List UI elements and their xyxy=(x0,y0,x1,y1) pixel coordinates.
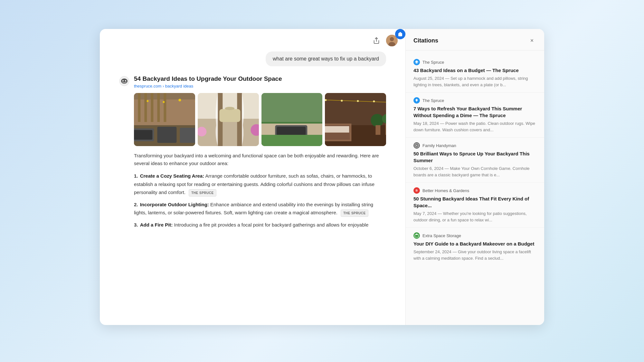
citation-5-source-icon xyxy=(413,232,420,239)
citations-title: Citations xyxy=(413,37,438,44)
svg-rect-19 xyxy=(157,127,176,143)
citation-2-source-name: The Spruce xyxy=(422,98,444,103)
citation-3-headline[interactable]: 50 Brilliant Ways to Spruce Up Your Back… xyxy=(413,150,536,164)
citation-item-1: The Spruce 43 Backyard Ideas on a Budget… xyxy=(406,54,544,93)
svg-rect-12 xyxy=(138,93,140,122)
list-item-1: 1. Create a Cozy Seating Area: Arrange c… xyxy=(134,172,386,197)
response-body: 54 Backyard Ideas to Upgrade Your Outdoo… xyxy=(134,75,386,233)
citations-panel: Citations × The Spruce 43 Backyard Ideas… xyxy=(406,29,544,325)
svg-rect-27 xyxy=(198,119,259,146)
citation-4-source-name: Better Homes & Gardens xyxy=(422,188,469,193)
backyard-image-3 xyxy=(261,93,323,146)
breadcrumb-site-link[interactable]: thespruce.com xyxy=(134,84,161,88)
result-title: 54 Backyard Ideas to Upgrade Your Outdoo… xyxy=(134,75,282,82)
citation-3-source: Family Handyman xyxy=(413,142,536,149)
ai-icon xyxy=(119,76,129,86)
citation-1-headline[interactable]: 43 Backyard Ideas on a Budget — The Spru… xyxy=(413,67,536,74)
citations-list: The Spruce 43 Backyard Ideas on a Budget… xyxy=(406,51,544,325)
citation-item-2: The Spruce 7 Ways to Refresh Your Backya… xyxy=(406,93,544,138)
list-item-2: 2. Incorporate Outdoor Lighting: Enhance… xyxy=(134,200,386,217)
citation-5-headline[interactable]: Your DIY Guide to a Backyard Makeover on… xyxy=(413,240,536,247)
citation-3-source-name: Family Handyman xyxy=(422,143,456,148)
list-item-2-source-tag[interactable]: THE SPRUCE xyxy=(341,209,368,217)
citation-item-5: Extra Space Storage Your DIY Guide to a … xyxy=(406,228,544,266)
citation-3-date: October 6, 2024 xyxy=(413,166,443,171)
svg-rect-20 xyxy=(180,128,195,143)
user-message-text: what are some great ways to fix up a bac… xyxy=(273,56,379,61)
backyard-images-row xyxy=(134,93,386,146)
citation-4-headline[interactable]: 50 Stunning Backyard Ideas That Fit Ever… xyxy=(413,195,536,209)
svg-rect-57 xyxy=(415,235,419,237)
list-item-3-body: Introducing a fire pit provides a focal … xyxy=(174,222,369,227)
citation-4-snippet: May 7, 2024 — Whether you're looking for… xyxy=(413,210,536,223)
backyard-image-4 xyxy=(325,93,386,146)
citation-2-source: The Spruce xyxy=(413,97,536,104)
svg-point-31 xyxy=(225,107,234,110)
citation-3-source-icon xyxy=(413,142,420,149)
svg-point-47 xyxy=(341,100,343,102)
citation-2-headline[interactable]: 7 Ways to Refresh Your Backyard This Sum… xyxy=(413,105,536,119)
citation-2-snippet: May 18, 2024 — Power wash the patio. Cle… xyxy=(413,120,536,133)
citation-4-date: May 7, 2024 xyxy=(413,211,437,216)
list-item-2-title: Incorporate Outdoor Lighting: xyxy=(140,202,209,207)
svg-rect-54 xyxy=(385,124,386,135)
citation-4-source-icon: B xyxy=(413,187,420,194)
backyard-image-1 xyxy=(134,93,195,146)
result-home-icon xyxy=(395,29,405,39)
list-item-1-title: Create a Cozy Seating Area: xyxy=(140,173,204,179)
response-intro-text: Transforming your backyard into a welcom… xyxy=(134,152,386,167)
citation-5-date: September 24, 2024 xyxy=(413,249,451,254)
citation-1-source-icon xyxy=(413,59,420,65)
backyard-image-2 xyxy=(198,93,259,146)
list-item-2-number: 2. xyxy=(134,202,138,207)
svg-point-51 xyxy=(371,114,384,127)
citation-2-source-icon xyxy=(413,97,420,104)
response-list: 1. Create a Cozy Seating Area: Arrange c… xyxy=(134,172,386,229)
list-item-1-number: 1. xyxy=(134,173,138,179)
svg-point-49 xyxy=(373,100,375,102)
ai-response-row: 54 Backyard Ideas to Upgrade Your Outdoo… xyxy=(119,75,386,233)
list-item-1-source-tag[interactable]: THE SPRUCE xyxy=(189,189,216,197)
svg-rect-53 xyxy=(376,125,381,135)
citation-5-snippet: September 24, 2024 — Give your outdoor l… xyxy=(413,249,536,261)
citation-1-source: The Spruce xyxy=(413,59,536,65)
svg-rect-15 xyxy=(157,93,160,122)
list-item-3: 3. Add a Fire Pit: Introducing a fire pi… xyxy=(134,221,386,229)
svg-rect-44 xyxy=(325,126,349,133)
main-container: what are some great ways to fix up a bac… xyxy=(100,29,544,325)
citation-1-date: August 25, 2024 xyxy=(413,76,444,81)
breadcrumb-arrow: › xyxy=(163,84,165,88)
close-button[interactable]: × xyxy=(527,36,536,45)
svg-point-48 xyxy=(357,100,359,102)
chat-panel: what are some great ways to fix up a bac… xyxy=(100,29,405,325)
citation-1-snippet: August 25, 2024 — Set up a hammock and a… xyxy=(413,75,536,88)
citations-header: Citations × xyxy=(406,29,544,51)
breadcrumb-page-link[interactable]: backyard ideas xyxy=(165,84,193,88)
citation-5-source-name: Extra Space Storage xyxy=(422,233,461,238)
svg-point-22 xyxy=(147,100,148,102)
citation-item-4: B Better Homes & Gardens 50 Stunning Bac… xyxy=(406,183,544,228)
share-button[interactable] xyxy=(371,35,382,46)
chat-header xyxy=(100,29,405,50)
svg-rect-39 xyxy=(261,135,323,146)
citation-5-source: Extra Space Storage xyxy=(413,232,536,239)
list-item-3-title: Add a Fire Pit: xyxy=(140,222,173,227)
svg-point-5 xyxy=(122,80,124,81)
svg-rect-14 xyxy=(151,93,153,122)
list-item-3-number: 3. xyxy=(134,222,138,227)
citation-item-3: Family Handyman 50 Brilliant Ways to Spr… xyxy=(406,138,544,183)
svg-rect-16 xyxy=(164,93,166,122)
result-title-row: 54 Backyard Ideas to Upgrade Your Outdoo… xyxy=(134,75,386,93)
user-message-area: what are some great ways to fix up a bac… xyxy=(119,50,386,51)
svg-rect-30 xyxy=(219,109,240,122)
citation-3-snippet: October 6, 2024 — Make Your Own Cornhole… xyxy=(413,165,536,178)
svg-point-6 xyxy=(125,80,126,81)
user-message-bubble: what are some great ways to fix up a bac… xyxy=(266,51,386,66)
citation-2-date: May 18, 2024 xyxy=(413,121,439,126)
svg-rect-13 xyxy=(144,93,147,122)
chat-content: what are some great ways to fix up a bac… xyxy=(100,50,405,325)
svg-point-2 xyxy=(390,37,394,41)
result-title-section: 54 Backyard Ideas to Upgrade Your Outdoo… xyxy=(134,75,282,93)
svg-rect-18 xyxy=(134,130,152,140)
citation-4-source: B Better Homes & Gardens xyxy=(413,187,536,194)
